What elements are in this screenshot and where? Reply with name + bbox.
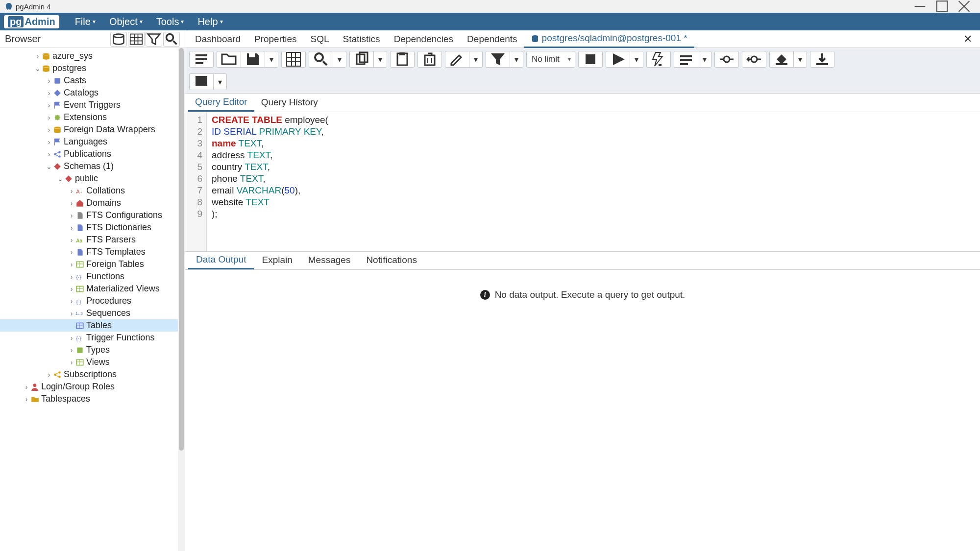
sql-code[interactable]: CREATE TABLE employee( ID SERIAL PRIMARY… [207,112,980,251]
tree-toggle-icon[interactable]: › [68,297,75,305]
editor-tab-query-history[interactable]: Query History [254,93,325,112]
menu-object[interactable]: Object ▾ [102,16,149,27]
tree-toggle-icon[interactable]: › [45,89,53,97]
tree-toggle-icon[interactable]: › [68,310,75,317]
tree-item-subscriptions[interactable]: ›Subscriptions [0,368,185,381]
output-tab-data-output[interactable]: Data Output [188,251,254,269]
tree-item-fts-configurations[interactable]: ›FTS Configurations [0,209,185,221]
tree-item-sequences[interactable]: ›1..3Sequences [0,307,185,319]
close-tab-button[interactable]: ✕ [958,33,977,46]
tree-item-collations[interactable]: ›A↓Collations [0,185,185,197]
search-button[interactable] [163,32,180,47]
paste-button[interactable] [390,51,415,68]
scratch-pad-button[interactable] [189,73,213,90]
edit-dropdown-button[interactable]: ▾ [469,51,483,68]
tree-item-publications[interactable]: ›Publications [0,148,185,160]
tree-toggle-icon[interactable]: › [68,248,75,256]
menu-help[interactable]: Help ▾ [191,16,229,27]
tree-item-fts-dictionaries[interactable]: ›FTS Dictionaries [0,221,185,234]
tree-toggle-icon[interactable]: › [68,285,75,293]
tree-item-fts-parsers[interactable]: ›AaFTS Parsers [0,234,185,246]
tree-toggle-icon[interactable]: › [34,52,42,60]
tree-toggle-icon[interactable]: › [23,395,30,403]
tree-item-schemas-1-[interactable]: ⌄Schemas (1) [0,160,185,172]
execute-button[interactable] [606,51,630,68]
tree-item-azure-sys[interactable]: ›azure_sys [0,50,185,62]
tree-item-languages[interactable]: ›Languages [0,136,185,148]
tab-properties[interactable]: Properties [247,30,304,48]
tree-item-domains[interactable]: ›Domains [0,197,185,209]
tree-toggle-icon[interactable]: › [45,101,53,109]
copy-dropdown-button[interactable]: ▾ [373,51,387,68]
tree-toggle-icon[interactable]: › [45,126,53,134]
save-file-button[interactable] [241,51,265,68]
tree-toggle-icon[interactable]: › [68,224,75,232]
tree-item-tables[interactable]: Tables [0,319,185,332]
tab-sql[interactable]: SQL [304,30,336,48]
tab-dependents[interactable]: Dependents [460,30,524,48]
tree-item-foreign-data-wrappers[interactable]: ›Foreign Data Wrappers [0,123,185,136]
tree-item-trigger-functions[interactable]: ›{·}Trigger Functions [0,332,185,344]
query-tool-button[interactable] [110,32,127,47]
rollback-button[interactable] [742,51,766,68]
tree-toggle-icon[interactable]: › [68,273,75,281]
tree-toggle-icon[interactable]: › [68,199,75,207]
tree-toggle-icon[interactable]: › [45,150,53,158]
tree-item-fts-templates[interactable]: ›FTS Templates [0,246,185,258]
stop-button[interactable] [578,51,603,68]
tree-toggle-icon[interactable]: › [45,77,53,85]
download-button[interactable] [810,51,834,68]
tree-toggle-icon[interactable]: ⌄ [34,65,42,72]
tree-toggle-icon[interactable]: › [45,138,53,146]
scratch-dropdown-button[interactable]: ▾ [213,73,227,90]
explain-analyze-button[interactable] [674,51,698,68]
editor-tab-query-editor[interactable]: Query Editor [188,93,254,112]
tab-statistics[interactable]: Statistics [336,30,387,48]
tree-toggle-icon[interactable]: › [45,114,53,121]
tree-toggle-icon[interactable]: › [68,236,75,244]
save-dropdown-button[interactable]: ▾ [265,51,278,68]
filter-rows-button[interactable] [486,51,510,68]
tree-item-foreign-tables[interactable]: ›Foreign Tables [0,258,185,270]
window-minimize-button[interactable] [909,0,931,13]
output-tab-messages[interactable]: Messages [300,251,359,269]
filter-dropdown-button[interactable]: ▾ [510,51,523,68]
tree-item-views[interactable]: ›Views [0,356,185,368]
tree-toggle-icon[interactable]: › [68,212,75,219]
tree-toggle-icon[interactable]: › [68,346,75,354]
tab-dashboard[interactable]: Dashboard [188,30,247,48]
tab-dependencies[interactable]: Dependencies [387,30,460,48]
sidebar-scrollbar[interactable] [178,48,185,551]
tree-toggle-icon[interactable]: ⌄ [56,175,64,183]
clear-button[interactable] [769,51,793,68]
menu-tools[interactable]: Tools ▾ [149,16,191,27]
show-query-button[interactable] [189,51,214,68]
tree-item-casts[interactable]: ›Casts [0,74,185,87]
tree-item-types[interactable]: ›Types [0,344,185,356]
tree-toggle-icon[interactable]: › [68,261,75,268]
view-data-button[interactable] [128,32,145,47]
tree-item-tablespaces[interactable]: ›Tablespaces [0,393,185,405]
tree-item-postgres[interactable]: ⌄postgres [0,62,185,74]
window-maximize-button[interactable] [931,0,953,13]
output-tab-explain[interactable]: Explain [254,251,300,269]
tree-toggle-icon[interactable]: › [23,383,30,391]
tree-item-catalogs[interactable]: ›Catalogs [0,87,185,99]
tree-item-procedures[interactable]: ›{·}Procedures [0,295,185,307]
open-file-button[interactable] [217,51,241,68]
tree-item-materialized-views[interactable]: ›Materialized Views [0,283,185,295]
tree-item-extensions[interactable]: ›Extensions [0,111,185,123]
commit-button[interactable] [714,51,739,68]
output-tab-notifications[interactable]: Notifications [358,251,425,269]
tree-toggle-icon[interactable]: › [68,187,75,195]
sql-editor[interactable]: 123456789 CREATE TABLE employee( ID SERI… [185,112,980,251]
edit-grid-button[interactable] [281,51,306,68]
tree-item-login-group-roles[interactable]: ›Login/Group Roles [0,381,185,393]
tree-item-functions[interactable]: ›{·}Functions [0,270,185,283]
tree-item-public[interactable]: ⌄public [0,172,185,185]
copy-button[interactable] [349,51,373,68]
explain-button[interactable] [646,51,671,68]
execute-dropdown-button[interactable]: ▾ [630,51,643,68]
explain-dropdown-button[interactable]: ▾ [698,51,711,68]
object-tree[interactable]: ›azure_sys⌄postgres›Casts›Catalogs›Event… [0,48,185,551]
